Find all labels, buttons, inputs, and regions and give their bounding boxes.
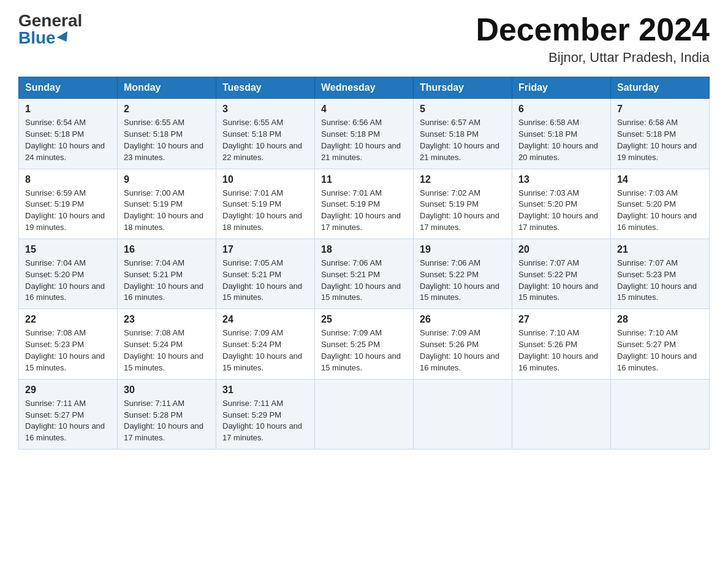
day-number: 8: [25, 174, 111, 185]
calendar-week-row: 29 Sunrise: 7:11 AM Sunset: 5:27 PM Dayl…: [19, 379, 710, 449]
calendar-table: SundayMondayTuesdayWednesdayThursdayFrid…: [18, 77, 710, 450]
day-number: 10: [222, 174, 308, 185]
day-info: Sunrise: 7:10 AM Sunset: 5:26 PM Dayligh…: [518, 327, 604, 373]
day-info: Sunrise: 7:06 AM Sunset: 5:22 PM Dayligh…: [420, 258, 506, 304]
day-number: 6: [518, 104, 604, 115]
calendar-cell: 1 Sunrise: 6:54 AM Sunset: 5:18 PM Dayli…: [19, 99, 118, 169]
calendar-cell: 22 Sunrise: 7:08 AM Sunset: 5:23 PM Dayl…: [19, 309, 118, 379]
day-number: 2: [124, 104, 210, 115]
day-number: 30: [124, 385, 210, 396]
day-info: Sunrise: 7:08 AM Sunset: 5:24 PM Dayligh…: [124, 327, 210, 373]
day-number: 13: [518, 174, 604, 185]
calendar-cell: 31 Sunrise: 7:11 AM Sunset: 5:29 PM Dayl…: [216, 379, 315, 449]
day-info: Sunrise: 6:55 AM Sunset: 5:18 PM Dayligh…: [124, 117, 210, 163]
logo: General Blue: [18, 12, 82, 47]
day-info: Sunrise: 7:01 AM Sunset: 5:19 PM Dayligh…: [321, 188, 407, 234]
day-number: 11: [321, 174, 407, 185]
day-info: Sunrise: 7:01 AM Sunset: 5:19 PM Dayligh…: [222, 188, 308, 234]
day-number: 18: [321, 244, 407, 255]
calendar-week-row: 22 Sunrise: 7:08 AM Sunset: 5:23 PM Dayl…: [19, 309, 710, 379]
day-number: 26: [420, 314, 506, 325]
day-info: Sunrise: 7:09 AM Sunset: 5:25 PM Dayligh…: [321, 327, 407, 373]
day-info: Sunrise: 6:54 AM Sunset: 5:18 PM Dayligh…: [25, 117, 111, 163]
logo-blue-text: Blue: [18, 29, 70, 47]
day-info: Sunrise: 7:11 AM Sunset: 5:27 PM Dayligh…: [25, 398, 111, 444]
day-info: Sunrise: 6:57 AM Sunset: 5:18 PM Dayligh…: [420, 117, 506, 163]
day-number: 27: [518, 314, 604, 325]
day-info: Sunrise: 7:03 AM Sunset: 5:20 PM Dayligh…: [518, 188, 604, 234]
column-header-thursday: Thursday: [414, 77, 512, 99]
day-number: 3: [222, 104, 308, 115]
day-number: 5: [420, 104, 506, 115]
calendar-cell: [611, 379, 710, 449]
day-info: Sunrise: 7:05 AM Sunset: 5:21 PM Dayligh…: [222, 258, 308, 304]
day-number: 23: [124, 314, 210, 325]
day-number: 20: [518, 244, 604, 255]
calendar-cell: 13 Sunrise: 7:03 AM Sunset: 5:20 PM Dayl…: [512, 169, 611, 239]
calendar-cell: 7 Sunrise: 6:58 AM Sunset: 5:18 PM Dayli…: [611, 99, 710, 169]
calendar-cell: 18 Sunrise: 7:06 AM Sunset: 5:21 PM Dayl…: [315, 239, 414, 308]
day-number: 9: [124, 174, 210, 185]
day-info: Sunrise: 7:06 AM Sunset: 5:21 PM Dayligh…: [321, 258, 407, 304]
day-number: 29: [25, 385, 111, 396]
calendar-cell: [512, 379, 611, 449]
column-header-saturday: Saturday: [611, 77, 710, 99]
day-info: Sunrise: 6:59 AM Sunset: 5:19 PM Dayligh…: [25, 188, 111, 234]
day-number: 25: [321, 314, 407, 325]
day-number: 12: [420, 174, 506, 185]
calendar-cell: 30 Sunrise: 7:11 AM Sunset: 5:28 PM Dayl…: [118, 379, 216, 449]
calendar-cell: [414, 379, 512, 449]
day-info: Sunrise: 7:07 AM Sunset: 5:22 PM Dayligh…: [518, 258, 604, 304]
day-info: Sunrise: 6:58 AM Sunset: 5:18 PM Dayligh…: [518, 117, 604, 163]
calendar-cell: 20 Sunrise: 7:07 AM Sunset: 5:22 PM Dayl…: [512, 239, 611, 308]
day-number: 28: [617, 314, 703, 325]
calendar-cell: 29 Sunrise: 7:11 AM Sunset: 5:27 PM Dayl…: [19, 379, 118, 449]
day-number: 7: [617, 104, 703, 115]
calendar-cell: 27 Sunrise: 7:10 AM Sunset: 5:26 PM Dayl…: [512, 309, 611, 379]
calendar-week-row: 1 Sunrise: 6:54 AM Sunset: 5:18 PM Dayli…: [19, 99, 710, 169]
location-label: Bijnor, Uttar Pradesh, India: [476, 50, 710, 66]
calendar-cell: [315, 379, 414, 449]
calendar-cell: 19 Sunrise: 7:06 AM Sunset: 5:22 PM Dayl…: [414, 239, 512, 308]
calendar-cell: 6 Sunrise: 6:58 AM Sunset: 5:18 PM Dayli…: [512, 99, 611, 169]
day-info: Sunrise: 7:00 AM Sunset: 5:19 PM Dayligh…: [124, 188, 210, 234]
day-info: Sunrise: 7:11 AM Sunset: 5:28 PM Dayligh…: [124, 398, 210, 444]
day-number: 19: [420, 244, 506, 255]
calendar-cell: 21 Sunrise: 7:07 AM Sunset: 5:23 PM Dayl…: [611, 239, 710, 308]
calendar-week-row: 15 Sunrise: 7:04 AM Sunset: 5:20 PM Dayl…: [19, 239, 710, 308]
day-info: Sunrise: 7:07 AM Sunset: 5:23 PM Dayligh…: [617, 258, 703, 304]
day-info: Sunrise: 7:08 AM Sunset: 5:23 PM Dayligh…: [25, 327, 111, 373]
day-info: Sunrise: 6:56 AM Sunset: 5:18 PM Dayligh…: [321, 117, 407, 163]
header-right: December 2024 Bijnor, Uttar Pradesh, Ind…: [476, 12, 710, 66]
day-number: 21: [617, 244, 703, 255]
day-number: 4: [321, 104, 407, 115]
column-header-tuesday: Tuesday: [216, 77, 315, 99]
calendar-cell: 26 Sunrise: 7:09 AM Sunset: 5:26 PM Dayl…: [414, 309, 512, 379]
day-number: 15: [25, 244, 111, 255]
calendar-cell: 3 Sunrise: 6:55 AM Sunset: 5:18 PM Dayli…: [216, 99, 315, 169]
calendar-cell: 28 Sunrise: 7:10 AM Sunset: 5:27 PM Dayl…: [611, 309, 710, 379]
day-number: 24: [222, 314, 308, 325]
calendar-cell: 24 Sunrise: 7:09 AM Sunset: 5:24 PM Dayl…: [216, 309, 315, 379]
calendar-cell: 9 Sunrise: 7:00 AM Sunset: 5:19 PM Dayli…: [118, 169, 216, 239]
logo-general-text: General: [18, 12, 82, 29]
calendar-week-row: 8 Sunrise: 6:59 AM Sunset: 5:19 PM Dayli…: [19, 169, 710, 239]
calendar-cell: 4 Sunrise: 6:56 AM Sunset: 5:18 PM Dayli…: [315, 99, 414, 169]
calendar-body: 1 Sunrise: 6:54 AM Sunset: 5:18 PM Dayli…: [19, 99, 710, 450]
calendar-cell: 16 Sunrise: 7:04 AM Sunset: 5:21 PM Dayl…: [118, 239, 216, 308]
calendar-cell: 8 Sunrise: 6:59 AM Sunset: 5:19 PM Dayli…: [19, 169, 118, 239]
day-info: Sunrise: 7:09 AM Sunset: 5:26 PM Dayligh…: [420, 327, 506, 373]
day-number: 1: [25, 104, 111, 115]
calendar-cell: 10 Sunrise: 7:01 AM Sunset: 5:19 PM Dayl…: [216, 169, 315, 239]
day-number: 16: [124, 244, 210, 255]
day-info: Sunrise: 7:03 AM Sunset: 5:20 PM Dayligh…: [617, 188, 703, 234]
day-info: Sunrise: 6:55 AM Sunset: 5:18 PM Dayligh…: [222, 117, 308, 163]
calendar-header-row: SundayMondayTuesdayWednesdayThursdayFrid…: [19, 77, 710, 99]
column-header-friday: Friday: [512, 77, 611, 99]
day-info: Sunrise: 7:04 AM Sunset: 5:20 PM Dayligh…: [25, 258, 111, 304]
calendar-cell: 23 Sunrise: 7:08 AM Sunset: 5:24 PM Dayl…: [118, 309, 216, 379]
calendar-cell: 17 Sunrise: 7:05 AM Sunset: 5:21 PM Dayl…: [216, 239, 315, 308]
day-info: Sunrise: 7:10 AM Sunset: 5:27 PM Dayligh…: [617, 327, 703, 373]
column-header-wednesday: Wednesday: [315, 77, 414, 99]
day-info: Sunrise: 6:58 AM Sunset: 5:18 PM Dayligh…: [617, 117, 703, 163]
